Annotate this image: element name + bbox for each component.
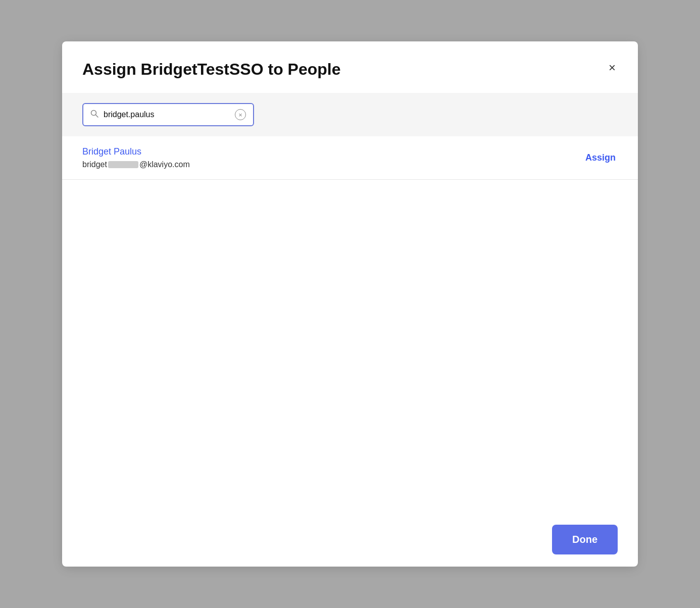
svg-line-1 bbox=[96, 115, 98, 118]
assign-button[interactable]: Assign bbox=[583, 148, 618, 167]
result-info: Bridget Paulus bridget@klaviyo.com bbox=[82, 146, 190, 169]
email-suffix: @klaviyo.com bbox=[139, 160, 190, 169]
search-input[interactable] bbox=[104, 110, 230, 119]
search-input-wrapper: × bbox=[82, 103, 254, 126]
result-email: bridget@klaviyo.com bbox=[82, 160, 190, 169]
clear-icon: × bbox=[235, 109, 246, 120]
modal-footer: Done bbox=[62, 513, 638, 567]
done-button[interactable]: Done bbox=[552, 525, 618, 554]
close-button[interactable]: × bbox=[607, 60, 618, 76]
results-area: Bridget Paulus bridget@klaviyo.com Assig… bbox=[62, 136, 638, 513]
modal-title: Assign BridgetTestSSO to People bbox=[82, 60, 340, 79]
clear-search-button[interactable]: × bbox=[235, 109, 246, 120]
email-redacted bbox=[108, 161, 138, 168]
email-prefix: bridget bbox=[82, 160, 107, 169]
modal-dialog: Assign BridgetTestSSO to People × × bbox=[62, 41, 638, 567]
modal-header: Assign BridgetTestSSO to People × bbox=[62, 41, 638, 93]
search-area: × bbox=[62, 93, 638, 136]
search-icon bbox=[90, 110, 98, 120]
result-name[interactable]: Bridget Paulus bbox=[82, 146, 190, 157]
modal-overlay: Assign BridgetTestSSO to People × × bbox=[0, 0, 700, 608]
table-row: Bridget Paulus bridget@klaviyo.com Assig… bbox=[62, 136, 638, 180]
